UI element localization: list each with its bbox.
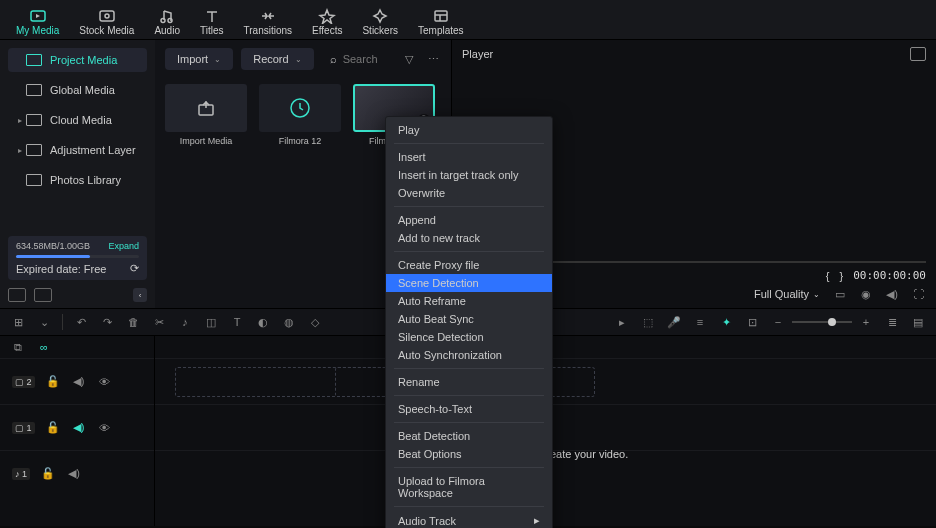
caret-icon: ▸ [16,146,24,155]
media-item[interactable]: Filmora 12 [259,84,341,146]
lock-icon[interactable]: 🔓 [45,420,61,436]
record-dropdown[interactable]: Record⌄ [241,48,313,70]
ctx-label: Insert in target track only [398,169,518,181]
storage-box: 634.58MB/1.00GB Expand Expired date: Fre… [8,236,147,280]
mixer-icon[interactable]: ≡ [692,314,708,330]
link-icon[interactable]: ∞ [36,339,52,355]
crop-icon[interactable]: ◫ [203,314,219,330]
view-grid-icon[interactable]: ▤ [910,314,926,330]
audio-icon [158,8,176,24]
refresh-icon[interactable]: ⟳ [130,262,139,275]
top-tabs: My MediaStock MediaAudioTitlesTransition… [0,0,936,40]
grid-icon[interactable]: ⊞ [10,314,26,330]
tab-my-media[interactable]: My Media [6,4,69,36]
volume-icon[interactable]: ◀) [884,286,900,302]
import-icon [196,99,216,117]
ctx-speech-to-text[interactable]: Speech-to-Text [386,400,552,418]
mute-icon[interactable]: ◀) [71,374,87,390]
search-input[interactable] [343,53,385,65]
view-list-icon[interactable]: ≣ [884,314,900,330]
display-icon[interactable]: ▭ [832,286,848,302]
tab-stickers[interactable]: Stickers [352,4,408,36]
sidebar-item-adjustment-layer[interactable]: ▸Adjustment Layer [8,138,147,162]
ctx-scene-detection[interactable]: Scene Detection [386,274,552,292]
tab-effects[interactable]: Effects [302,4,352,36]
play-icon[interactable]: ▸ [614,314,630,330]
ctx-create-proxy-file[interactable]: Create Proxy file [386,256,552,274]
tab-titles[interactable]: Titles [190,4,234,36]
storage-expand[interactable]: Expand [108,241,139,251]
bin-icon[interactable] [8,288,26,302]
filter-icon[interactable]: ▽ [401,51,417,67]
collapse-sidebar-icon[interactable]: ‹ [133,288,147,302]
snap-icon[interactable]: ⊡ [744,314,760,330]
storage-expired: Expired date: Free [16,263,107,275]
undo-icon[interactable]: ↶ [73,314,89,330]
chevron-down-icon[interactable]: ⌄ [36,314,52,330]
lock-icon[interactable]: 🔓 [45,374,61,390]
titles-icon [203,8,221,24]
stickers-icon [371,8,389,24]
text-icon[interactable]: T [229,314,245,330]
mark-out-icon[interactable]: } [839,270,843,282]
ctx-rename[interactable]: Rename [386,373,552,391]
quality-label[interactable]: Full Quality [754,288,809,300]
ctx-silence-detection[interactable]: Silence Detection [386,328,552,346]
cut-icon[interactable]: ✂ [151,314,167,330]
zoom-slider[interactable] [792,321,852,323]
speed-icon[interactable]: ◐ [255,314,271,330]
zoom-out-icon[interactable]: − [770,314,786,330]
media-label: Filmora 12 [279,136,322,146]
mute-icon[interactable]: ◀) [71,420,87,436]
keyframe-icon[interactable]: ◇ [307,314,323,330]
media-item[interactable]: Import Media [165,84,247,146]
fullscreen-icon[interactable]: ⛶ [910,286,926,302]
sidebar-item-cloud-media[interactable]: ▸Cloud Media [8,108,147,132]
track-badge: ▢ 1 [12,422,35,434]
folder-icon [26,54,42,66]
marker-icon[interactable]: ⬚ [640,314,656,330]
import-dropdown[interactable]: Import⌄ [165,48,233,70]
ctx-audio-track[interactable]: Audio Track▸ [386,511,552,528]
lock-icon[interactable]: 🔓 [40,466,56,482]
tab-audio[interactable]: Audio [144,4,190,36]
ctx-insert-in-target-track-only[interactable]: Insert in target track only [386,166,552,184]
more-icon[interactable]: ⋯ [425,51,441,67]
eye-icon[interactable]: 👁 [97,374,113,390]
folder-icon [26,84,42,96]
sidebar-item-photos-library[interactable]: Photos Library [8,168,147,192]
ctx-overwrite[interactable]: Overwrite [386,184,552,202]
caret-icon: ▸ [16,116,24,125]
ctx-add-to-new-track[interactable]: Add to new track [386,229,552,247]
tab-transitions[interactable]: Transitions [234,4,303,36]
layers-icon[interactable]: ⧉ [10,339,26,355]
ctx-label: Play [398,124,419,136]
delete-icon[interactable]: 🗑 [125,314,141,330]
sidebar-item-global-media[interactable]: Global Media [8,78,147,102]
tab-templates[interactable]: Templates [408,4,474,36]
media-label: Import Media [180,136,233,146]
sidebar-item-label: Adjustment Layer [50,144,136,156]
color-icon[interactable]: ◍ [281,314,297,330]
ctx-label: Upload to Filmora Workspace [398,475,485,499]
ctx-upload-to-filmora-workspace[interactable]: Upload to Filmora Workspace [386,472,552,502]
render-icon[interactable]: ✦ [718,314,734,330]
ctx-append[interactable]: Append [386,211,552,229]
ctx-insert[interactable]: Insert [386,148,552,166]
redo-icon[interactable]: ↷ [99,314,115,330]
mute-icon[interactable]: ◀) [66,466,82,482]
templates-icon [432,8,450,24]
mic-icon[interactable]: 🎤 [666,314,682,330]
music-icon[interactable]: ♪ [177,314,193,330]
sidebar-item-project-media[interactable]: Project Media [8,48,147,72]
mark-in-icon[interactable]: { [826,270,830,282]
zoom-in-icon[interactable]: + [858,314,874,330]
effects-icon [318,8,336,24]
folder-icon[interactable] [34,288,52,302]
eye-icon[interactable]: 👁 [97,420,113,436]
ctx-auto-beat-sync[interactable]: Auto Beat Sync [386,310,552,328]
tab-stock-media[interactable]: Stock Media [69,4,144,36]
ctx-play[interactable]: Play [386,121,552,139]
picture-icon[interactable] [910,47,926,61]
snapshot-icon[interactable]: ◉ [858,286,874,302]
